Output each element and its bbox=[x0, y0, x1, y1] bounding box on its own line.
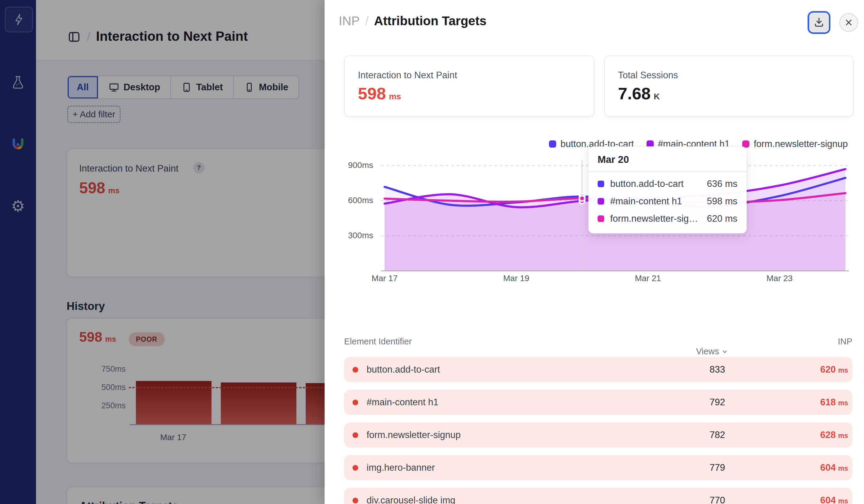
inp-number: 620 bbox=[820, 364, 836, 375]
stat-label: Total Sessions bbox=[618, 70, 853, 81]
tooltip-row: form.newsletter-sig…620 ms bbox=[598, 213, 737, 224]
breadcrumb-separator: / bbox=[365, 14, 369, 28]
tooltip-label: #main-content h1 bbox=[610, 196, 682, 207]
stat-card-sessions: Total Sessions 7.68 K bbox=[604, 56, 853, 117]
status-dot bbox=[352, 498, 358, 503]
inp-number: 628 bbox=[820, 430, 836, 440]
inp-unit: ms bbox=[838, 464, 848, 472]
panel-title: Attribution Targets bbox=[374, 14, 487, 28]
divider bbox=[589, 171, 746, 172]
stat-value: 598 ms bbox=[358, 84, 594, 103]
tooltip-value: 636 ms bbox=[707, 179, 737, 189]
y-tick-label: 300ms bbox=[331, 231, 373, 240]
table-row[interactable]: button.add-to-cart833620ms bbox=[344, 357, 852, 382]
inp-unit: ms bbox=[838, 497, 848, 504]
hover-point bbox=[579, 195, 585, 201]
stat-label: Interaction to Next Paint bbox=[358, 70, 594, 81]
table-header: Element Identifier Views INP bbox=[344, 337, 852, 349]
cell-views: 792 bbox=[709, 397, 725, 408]
tooltip-swatch bbox=[598, 215, 604, 222]
stat-unit: K bbox=[654, 92, 660, 101]
panel-breadcrumb: INP / Attribution Targets bbox=[339, 14, 487, 28]
stat-unit: ms bbox=[389, 92, 401, 101]
col-inp: INP bbox=[838, 337, 852, 347]
table-row[interactable]: form.newsletter-signup782628ms bbox=[344, 422, 852, 448]
stat-number: 7.68 bbox=[618, 84, 651, 103]
col-views-sort[interactable]: Views bbox=[696, 347, 728, 357]
cell-inp: 620ms bbox=[820, 364, 848, 375]
inp-unit: ms bbox=[838, 432, 848, 440]
cell-inp: 618ms bbox=[820, 397, 848, 408]
tooltip-value: 598 ms bbox=[707, 196, 737, 207]
cell-inp: 628ms bbox=[820, 430, 848, 440]
status-dot bbox=[352, 400, 358, 405]
cell-element-identifier: div.carousel-slide img bbox=[367, 495, 455, 504]
status-dot bbox=[352, 465, 358, 471]
tooltip-swatch bbox=[598, 181, 604, 187]
tooltip-value: 620 ms bbox=[707, 213, 737, 224]
tooltip-label: button.add-to-cart bbox=[610, 179, 684, 189]
tooltip-row: button.add-to-cart636 ms bbox=[598, 179, 737, 189]
close-button[interactable] bbox=[839, 13, 858, 32]
table-row[interactable]: img.hero-banner779604ms bbox=[344, 455, 852, 480]
cell-element-identifier: form.newsletter-signup bbox=[367, 430, 461, 440]
cell-element-identifier: img.hero-banner bbox=[367, 462, 435, 473]
col-element-identifier: Element Identifier bbox=[344, 337, 412, 346]
chart-legend: button.add-to-cart#main-content h1form.n… bbox=[325, 139, 848, 149]
y-tick-label: 900ms bbox=[331, 160, 373, 170]
stat-number: 598 bbox=[358, 84, 386, 103]
chart-tooltip: Mar 20 button.add-to-cart636 ms#main-con… bbox=[588, 146, 747, 233]
cell-views: 833 bbox=[709, 364, 725, 375]
cell-views: 782 bbox=[709, 430, 725, 440]
inp-unit: ms bbox=[838, 399, 848, 407]
tooltip-date: Mar 20 bbox=[598, 154, 746, 165]
breadcrumb-section: INP bbox=[339, 14, 360, 28]
status-dot bbox=[352, 367, 358, 373]
stat-value: 7.68 K bbox=[618, 84, 853, 103]
cell-views: 779 bbox=[709, 462, 725, 473]
inp-unit: ms bbox=[838, 366, 848, 374]
stat-card-inp: Interaction to Next Paint 598 ms bbox=[344, 56, 594, 117]
tooltip-swatch bbox=[598, 198, 604, 205]
cell-inp: 604ms bbox=[820, 462, 848, 473]
download-button[interactable] bbox=[809, 13, 829, 32]
cell-element-identifier: button.add-to-cart bbox=[367, 364, 440, 375]
download-icon bbox=[813, 16, 825, 29]
y-tick-label: 600ms bbox=[331, 195, 373, 205]
tooltip-label: form.newsletter-sig… bbox=[610, 213, 698, 224]
inp-number: 604 bbox=[820, 495, 836, 504]
cell-views: 770 bbox=[709, 495, 725, 504]
x-tick-label: Mar 17 bbox=[358, 274, 411, 283]
tooltip-row: #main-content h1598 ms bbox=[598, 196, 737, 207]
close-icon bbox=[844, 18, 853, 27]
cell-element-identifier: #main-content h1 bbox=[367, 397, 439, 408]
table-row[interactable]: div.carousel-slide img770604ms bbox=[344, 488, 852, 504]
cell-inp: 604ms bbox=[820, 495, 848, 504]
x-tick-label: Mar 19 bbox=[489, 274, 543, 283]
col-views-label: Views bbox=[696, 347, 719, 357]
chevron-down-icon bbox=[721, 348, 728, 355]
status-dot bbox=[352, 432, 358, 438]
legend-label: form.newsletter-signup bbox=[754, 139, 848, 149]
table-row[interactable]: #main-content h1792618ms bbox=[344, 390, 852, 415]
legend-swatch bbox=[549, 141, 556, 147]
inp-number: 604 bbox=[820, 462, 836, 473]
attribution-panel: INP / Attribution Targets Interaction to… bbox=[325, 0, 864, 504]
x-tick-label: Mar 23 bbox=[753, 274, 807, 283]
legend-item[interactable]: form.newsletter-signup bbox=[742, 139, 848, 149]
inp-number: 618 bbox=[820, 397, 836, 408]
x-tick-label: Mar 21 bbox=[621, 274, 675, 283]
